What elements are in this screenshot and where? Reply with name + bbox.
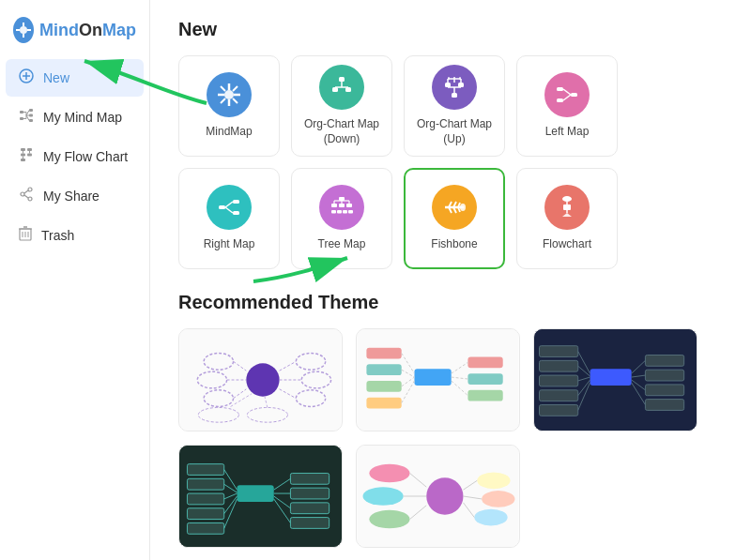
left-map-icon-circle: [544, 72, 590, 117]
share-icon: [19, 187, 34, 205]
svg-rect-47: [339, 77, 345, 82]
theme-card-2[interactable]: [356, 328, 520, 431]
svg-rect-140: [540, 405, 578, 416]
org-up-label: Org-Chart Map (Up): [405, 117, 504, 146]
svg-point-28: [21, 192, 24, 196]
map-card-left-map[interactable]: Left Map: [516, 55, 618, 157]
svg-rect-23: [21, 159, 25, 161]
org-up-icon-circle: [432, 65, 477, 110]
map-card-fishbone[interactable]: Fishbone: [404, 168, 505, 269]
theme-card-4[interactable]: [178, 445, 343, 548]
right-map-label: Right Map: [204, 237, 255, 252]
svg-point-29: [28, 197, 32, 201]
right-map-icon-circle: [207, 185, 252, 230]
map-card-right-map[interactable]: Right Map: [178, 168, 280, 269]
org-down-icon-circle: [319, 65, 364, 110]
svg-point-0: [20, 26, 27, 34]
svg-rect-122: [366, 381, 401, 392]
sidebar-item-trash-label: Trash: [41, 228, 74, 243]
svg-rect-67: [557, 98, 563, 102]
svg-point-101: [246, 363, 279, 396]
sidebar: MindOnMap New: [0, 0, 150, 560]
svg-rect-148: [645, 385, 683, 396]
map-card-flowchart[interactable]: Flowchart: [516, 168, 618, 269]
svg-point-178: [369, 510, 409, 529]
svg-rect-71: [233, 200, 239, 204]
svg-rect-19: [21, 148, 25, 151]
svg-rect-169: [290, 518, 329, 529]
svg-point-38: [224, 90, 234, 99]
svg-line-31: [24, 195, 28, 198]
map-card-org-chart-up[interactable]: Org-Chart Map (Up): [404, 55, 505, 157]
svg-rect-129: [467, 373, 502, 385]
main-content: New MindMap: [150, 0, 751, 560]
org-down-label: Org-Chart Map (Down): [304, 117, 379, 146]
svg-rect-80: [337, 210, 342, 214]
svg-rect-65: [571, 93, 577, 97]
svg-rect-160: [187, 522, 223, 534]
new-section-title: New: [178, 19, 723, 40]
map-card-mindmap[interactable]: MindMap: [178, 55, 280, 157]
svg-rect-76: [331, 204, 337, 207]
svg-point-184: [474, 509, 507, 526]
svg-line-30: [24, 190, 28, 193]
svg-rect-66: [557, 87, 563, 91]
svg-line-73: [225, 202, 233, 207]
sidebar-item-new[interactable]: New: [6, 59, 144, 97]
svg-rect-75: [339, 197, 345, 201]
svg-rect-123: [366, 398, 401, 409]
theme-card-3[interactable]: [533, 328, 697, 431]
sidebar-item-my-mind-map[interactable]: My Mind Map: [6, 98, 144, 136]
flowchart-label: Flowchart: [543, 237, 591, 252]
mindmap-icon: [19, 108, 34, 127]
sidebar-item-mindmap-label: My Mind Map: [43, 110, 122, 125]
map-grid: MindMap Org-Chart Map (Down): [178, 55, 723, 269]
svg-rect-121: [366, 364, 401, 375]
sidebar-item-trash[interactable]: Trash: [6, 217, 144, 254]
sidebar-item-flow-chart[interactable]: My Flow Chart: [6, 138, 144, 175]
svg-rect-20: [21, 154, 25, 157]
svg-rect-136: [540, 346, 578, 357]
map-card-org-chart-down[interactable]: Org-Chart Map (Down): [291, 55, 392, 157]
svg-rect-79: [331, 210, 336, 214]
plus-icon: [19, 68, 34, 87]
svg-rect-158: [187, 493, 223, 505]
svg-rect-128: [467, 356, 502, 368]
svg-rect-12: [29, 119, 33, 122]
svg-rect-70: [219, 205, 225, 209]
svg-rect-167: [290, 488, 329, 499]
sidebar-item-new-label: New: [43, 70, 69, 85]
svg-rect-11: [29, 114, 33, 117]
svg-rect-166: [290, 473, 329, 484]
svg-rect-10: [29, 109, 33, 112]
map-card-tree-map[interactable]: Tree Map: [291, 168, 392, 269]
svg-rect-138: [540, 375, 578, 386]
svg-point-183: [482, 491, 514, 507]
svg-rect-157: [187, 478, 223, 490]
svg-point-175: [426, 477, 463, 514]
svg-point-27: [28, 188, 32, 191]
svg-rect-78: [346, 204, 352, 207]
svg-point-95: [562, 196, 572, 202]
sidebar-item-my-share[interactable]: My Share: [6, 177, 144, 215]
left-map-label: Left Map: [545, 125, 590, 140]
svg-rect-77: [339, 204, 345, 207]
svg-line-44: [233, 98, 238, 103]
theme-card-5[interactable]: [356, 445, 520, 548]
svg-rect-22: [27, 154, 32, 157]
theme-card-1[interactable]: [178, 328, 343, 431]
svg-line-46: [221, 98, 225, 103]
svg-line-43: [221, 86, 225, 91]
logo-text: MindOnMap: [39, 21, 136, 40]
tree-map-label: Tree Map: [318, 237, 366, 252]
svg-rect-119: [414, 369, 451, 386]
logo: MindOnMap: [0, 9, 149, 58]
svg-line-68: [563, 89, 571, 95]
svg-rect-137: [540, 360, 578, 371]
flowchart-nav-icon: [19, 147, 34, 166]
mindmap-label: MindMap: [206, 125, 252, 140]
mindmap-icon-circle: [207, 72, 252, 117]
fishbone-label: Fishbone: [431, 237, 477, 252]
trash-icon: [19, 226, 32, 245]
svg-rect-8: [20, 111, 23, 114]
